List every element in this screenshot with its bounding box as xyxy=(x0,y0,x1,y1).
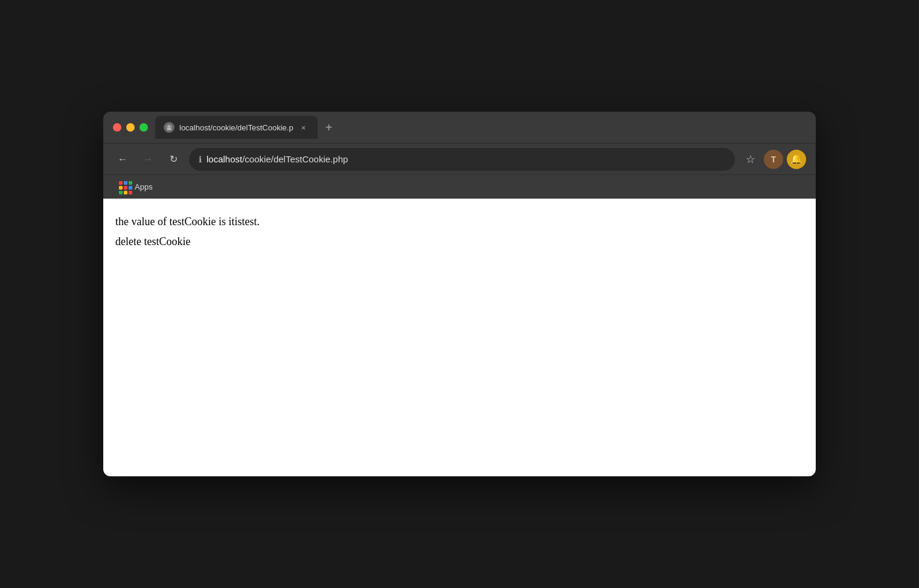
svg-point-1 xyxy=(168,126,170,128)
tab-favicon xyxy=(164,122,175,133)
back-icon: ← xyxy=(118,154,127,165)
address-bar[interactable]: ℹ localhost/cookie/delTestCookie.php xyxy=(189,148,735,171)
apps-label: Apps xyxy=(135,182,153,191)
notification-icon: 🔔 xyxy=(790,153,802,165)
active-tab[interactable]: localhost/cookie/delTestCookie.p × xyxy=(155,116,318,139)
page-content: the value of testCookie is itistest. del… xyxy=(103,199,816,476)
tab-bar: localhost/cookie/delTestCookie.p × + xyxy=(155,116,806,139)
content-line2: delete testCookie xyxy=(115,233,804,251)
reload-icon: ↻ xyxy=(170,153,178,165)
tab-close-button[interactable]: × xyxy=(298,122,309,133)
apps-grid-icon xyxy=(119,181,131,193)
title-bar: localhost/cookie/delTestCookie.p × + xyxy=(103,112,816,143)
star-icon: ☆ xyxy=(746,153,755,166)
toolbar-actions: ☆ T 🔔 xyxy=(741,150,806,169)
back-button[interactable]: ← xyxy=(113,150,132,169)
content-line1: the value of testCookie is itistest. xyxy=(115,213,804,231)
bookmark-star-button[interactable]: ☆ xyxy=(741,150,760,169)
browser-window: localhost/cookie/delTestCookie.p × + ← →… xyxy=(103,112,816,476)
minimize-button[interactable] xyxy=(126,123,135,132)
window-controls xyxy=(113,123,148,132)
tab-title: localhost/cookie/delTestCookie.p xyxy=(179,123,293,132)
new-tab-button[interactable]: + xyxy=(320,118,338,136)
forward-icon: → xyxy=(143,154,153,165)
notification-button[interactable]: 🔔 xyxy=(787,150,806,169)
reload-button[interactable]: ↻ xyxy=(164,150,183,169)
bookmarks-bar: Apps xyxy=(103,174,816,199)
toolbar: ← → ↻ ℹ localhost/cookie/delTestCookie.p… xyxy=(103,143,816,174)
maximize-button[interactable] xyxy=(139,123,148,132)
address-text: localhost/cookie/delTestCookie.php xyxy=(207,154,725,164)
info-icon: ℹ xyxy=(199,155,202,164)
apps-bookmark[interactable]: Apps xyxy=(113,179,159,196)
forward-button[interactable]: → xyxy=(138,150,158,169)
address-domain: localhost xyxy=(207,154,242,164)
close-button[interactable] xyxy=(113,123,121,132)
address-path: /cookie/delTestCookie.php xyxy=(242,154,348,164)
profile-button[interactable]: T xyxy=(764,150,783,169)
page-text: the value of testCookie is itistest. del… xyxy=(115,213,804,251)
